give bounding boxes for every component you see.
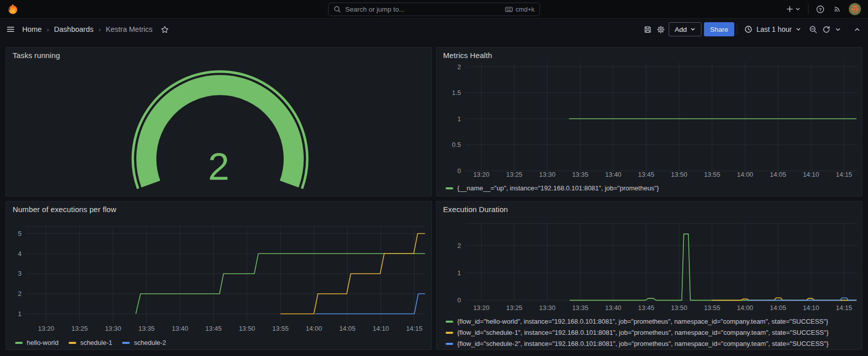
x-axis-tick-label: 14:15: [836, 304, 852, 312]
legend-dash: [122, 342, 130, 344]
breadcrumb-current-page: Kestra Metrics: [106, 25, 153, 33]
refresh-button[interactable]: [821, 24, 832, 35]
breadcrumb-home[interactable]: Home: [22, 25, 42, 33]
legend-dash: [69, 342, 76, 344]
chevron-up-icon: [853, 26, 861, 33]
x-axis-tick-label: 13:45: [638, 304, 654, 312]
panel-title-executions[interactable]: Number of executions per flow: [13, 205, 117, 214]
plus-icon: [786, 5, 794, 13]
legend-label: {flow_id="schedule-1", instance="192.168…: [457, 329, 829, 336]
x-axis-tick-label: 14:05: [339, 325, 355, 332]
y-axis-tick-label: 0.5: [452, 141, 461, 148]
x-axis-tick-label: 14:10: [373, 325, 389, 332]
breadcrumb-separator: ›: [47, 26, 49, 33]
legend-item-hello-world[interactable]: {flow_id="hello-world", instance="192.16…: [446, 318, 829, 325]
x-axis-tick-label: 14:15: [836, 171, 852, 178]
y-axis-tick-label: 1: [18, 310, 21, 318]
x-axis-tick-label: 13:55: [704, 171, 720, 178]
x-axis-tick-label: 13:25: [506, 171, 522, 178]
x-axis-tick-label: 13:35: [572, 304, 588, 312]
y-axis-tick-label: 2: [18, 290, 21, 297]
x-axis-tick-label: 14:10: [803, 171, 819, 178]
y-axis-tick-label: 5: [18, 230, 21, 237]
panel-execution-duration: Execution Duration 13:2013:2513:3013:351…: [436, 201, 862, 350]
legend-label: {__name__="up", instance="192.168.0.101:…: [457, 184, 659, 192]
x-axis-tick-label: 13:20: [473, 171, 490, 178]
panel-title-tasks-running[interactable]: Tasks running: [13, 51, 60, 60]
search-placeholder: Search or jump to...: [345, 6, 405, 13]
legend-label: hello-world: [27, 339, 59, 346]
legend-item-schedule-1[interactable]: {flow_id="schedule-1", instance="192.168…: [446, 329, 829, 336]
save-dashboard-button[interactable]: [642, 24, 653, 35]
series-schedule-2: [746, 298, 856, 300]
legend-label: {flow_id="hello-world", instance="192.16…: [457, 318, 828, 325]
zoom-out-icon: [809, 25, 818, 34]
chevron-down-icon: [796, 27, 801, 32]
panel-metrics-health: Metrics Health 13:2013:2513:3013:3513:40…: [436, 47, 862, 196]
legend-dash: [446, 332, 453, 334]
rss-icon: [833, 5, 841, 13]
x-axis-tick-label: 13:50: [239, 325, 255, 332]
y-axis-tick-label: 0: [457, 296, 461, 304]
time-range-picker[interactable]: Last 1 hour: [740, 22, 805, 36]
add-panel-button[interactable]: Add: [669, 22, 701, 36]
grafana-logo-icon[interactable]: [7, 4, 19, 15]
refresh-interval-button[interactable]: [834, 26, 842, 33]
legend-label: {flow_id="schedule-2", instance="192.168…: [457, 340, 829, 347]
panel-executions-per-flow: Number of executions per flow 13:2013:25…: [6, 201, 432, 350]
legend-dash: [446, 321, 453, 323]
panel-title-duration[interactable]: Execution Duration: [443, 205, 508, 214]
x-axis-tick-label: 13:40: [605, 304, 621, 312]
legend-item-schedule-1[interactable]: schedule-1: [69, 339, 113, 346]
legend-dash: [446, 343, 453, 345]
executions-legend: hello-world schedule-1 schedule-2: [15, 339, 166, 346]
x-axis-tick-label: 14:00: [737, 171, 753, 178]
x-axis-tick-label: 13:40: [172, 325, 188, 332]
legend-item-schedule-2[interactable]: {flow_id="schedule-2", instance="192.168…: [446, 340, 829, 347]
chevron-down-icon: [795, 7, 800, 12]
news-button[interactable]: [832, 4, 842, 14]
new-button[interactable]: [785, 4, 801, 14]
favorite-button[interactable]: [159, 24, 170, 35]
legend-label: schedule-2: [134, 339, 166, 346]
svg-text:?: ?: [819, 7, 822, 12]
breadcrumb-dashboards[interactable]: Dashboards: [54, 25, 93, 33]
y-axis-tick-label: 3: [18, 270, 21, 277]
share-button[interactable]: Share: [704, 22, 734, 36]
menu-toggle-button[interactable]: [5, 24, 16, 35]
help-button[interactable]: ?: [815, 4, 826, 15]
x-axis-tick-label: 13:30: [105, 325, 121, 332]
x-axis-tick-label: 13:45: [205, 325, 222, 332]
x-axis-tick-label: 13:50: [671, 171, 687, 178]
zoom-out-button[interactable]: [808, 24, 819, 35]
y-axis-tick-label: 2: [457, 63, 461, 71]
x-axis-tick-label: 13:25: [72, 325, 88, 332]
top-navigation-bar: Search or jump to... cmd+k ?: [0, 0, 868, 19]
breadcrumb-separator: ›: [98, 26, 100, 33]
avatar[interactable]: [849, 3, 861, 15]
legend-item-up[interactable]: {__name__="up", instance="192.168.0.101:…: [446, 184, 659, 192]
dashboard-settings-button[interactable]: [656, 24, 666, 35]
y-axis-tick-label: 1.5: [452, 89, 461, 96]
x-axis-tick-label: 14:05: [770, 171, 786, 178]
x-axis-tick-label: 13:25: [506, 304, 522, 312]
search-input[interactable]: Search or jump to... cmd+k: [328, 3, 540, 16]
legend-item-schedule-2[interactable]: schedule-2: [122, 339, 166, 346]
divider: [737, 24, 737, 34]
x-axis-tick-label: 13:20: [473, 304, 490, 312]
collapse-toolbar-button[interactable]: [852, 25, 862, 34]
legend-item-hello-world[interactable]: hello-world: [15, 339, 59, 346]
legend-label: schedule-1: [80, 339, 113, 346]
dashboard-toolbar: Home › Dashboards › Kestra Metrics Add: [0, 19, 868, 40]
panel-tasks-running: Tasks running 2: [6, 47, 432, 196]
gear-icon: [657, 25, 665, 34]
series-schedule-2: [315, 294, 425, 314]
save-icon: [643, 25, 652, 34]
x-axis-tick-label: 14:10: [803, 304, 819, 312]
panel-title-metrics-health[interactable]: Metrics Health: [443, 51, 492, 60]
x-axis-tick-label: 13:55: [273, 325, 289, 332]
search-icon: [334, 6, 341, 13]
legend-dash: [446, 187, 453, 189]
toolbar-actions: Add Share Last 1 hour: [642, 22, 862, 36]
chevron-down-icon: [690, 27, 695, 32]
